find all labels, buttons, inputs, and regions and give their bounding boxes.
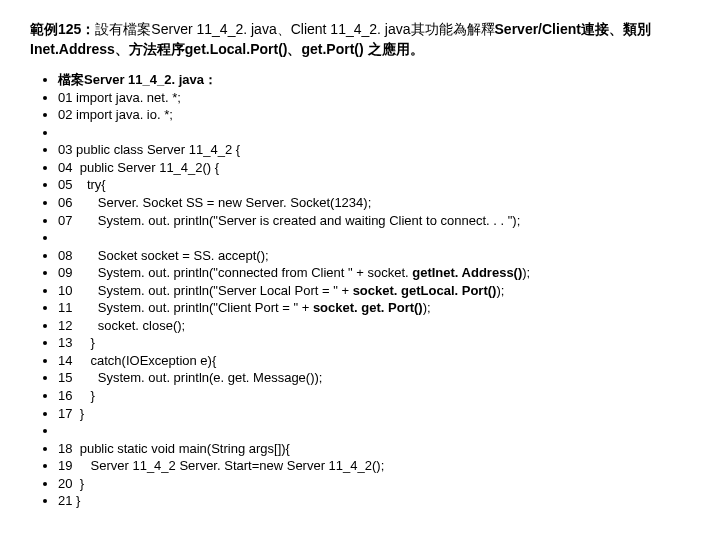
code-line: 10 System. out. println("Server Local Po… <box>58 282 690 300</box>
code-line: 14 catch(IOException e){ <box>58 352 690 370</box>
code-line: 15 System. out. println(e. get. Message(… <box>58 369 690 387</box>
code-line: 03 public class Server 11_4_2 { <box>58 141 690 159</box>
code-line <box>58 229 690 247</box>
code-line: 06 Server. Socket SS = new Server. Socke… <box>58 194 690 212</box>
file-header: 檔案Server 11_4_2. java： <box>58 71 690 89</box>
code-line: 21 } <box>58 492 690 510</box>
code-line: 01 import java. net. *; <box>58 89 690 107</box>
code-line: 17 } <box>58 405 690 423</box>
code-line: 12 socket. close(); <box>58 317 690 335</box>
title-prefix: 範例125： <box>30 21 95 37</box>
code-line: 07 System. out. println("Server is creat… <box>58 212 690 230</box>
code-line: 02 import java. io. *; <box>58 106 690 124</box>
code-listing: 檔案Server 11_4_2. java： 01 import java. n… <box>30 71 690 510</box>
code-line: 18 public static void main(String args[]… <box>58 440 690 458</box>
example-title: 範例125：設有檔案Server 11_4_2. java、Client 11_… <box>30 20 690 59</box>
code-line: 13 } <box>58 334 690 352</box>
title-desc-1: 設有檔案Server 11_4_2. java、Client 11_4_2. j… <box>95 21 494 37</box>
code-line: 19 Server 11_4_2 Server. Start=new Serve… <box>58 457 690 475</box>
code-line: 09 System. out. println("connected from … <box>58 264 690 282</box>
code-line: 11 System. out. println("Client Port = "… <box>58 299 690 317</box>
code-line: 20 } <box>58 475 690 493</box>
code-line: 05 try{ <box>58 176 690 194</box>
code-line: 08 Socket socket = SS. accept(); <box>58 247 690 265</box>
code-line: 04 public Server 11_4_2() { <box>58 159 690 177</box>
code-line <box>58 124 690 142</box>
code-line <box>58 422 690 440</box>
code-line: 16 } <box>58 387 690 405</box>
